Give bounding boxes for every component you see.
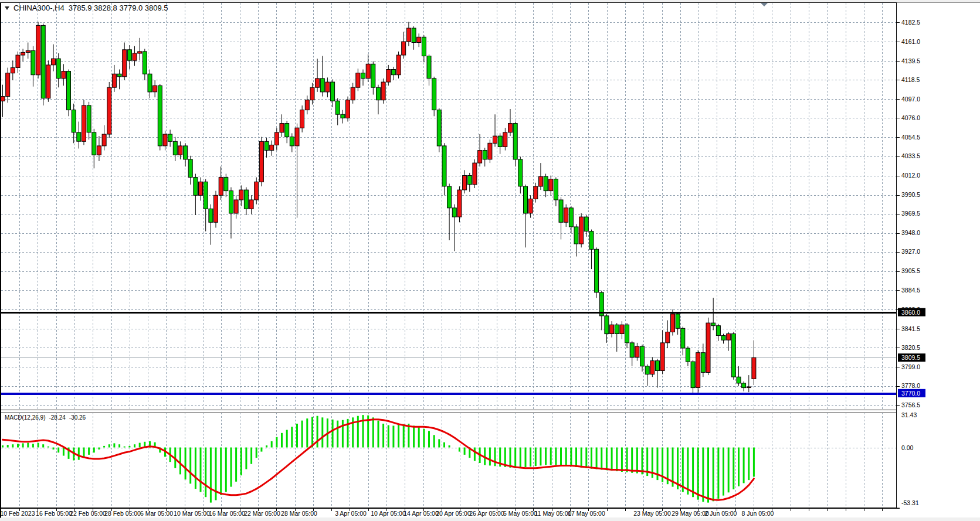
macd-histogram-bar xyxy=(575,448,577,468)
price-axis-label: 4161.0 xyxy=(901,38,920,45)
candle-bearish xyxy=(92,132,96,155)
candle-bearish xyxy=(158,86,162,146)
price-axis-label: 3990.5 xyxy=(901,191,920,198)
macd-histogram-bar xyxy=(378,421,379,448)
chart-background xyxy=(0,0,980,521)
candle-bearish xyxy=(265,141,269,150)
candle-bullish xyxy=(270,145,274,150)
candle-bullish xyxy=(16,55,20,68)
candle-bearish xyxy=(412,28,416,43)
macd-histogram-bar xyxy=(291,427,293,447)
macd-histogram-bar xyxy=(535,448,537,466)
macd-histogram-bar xyxy=(200,448,202,492)
candle-bearish xyxy=(498,136,502,147)
candle-bearish xyxy=(341,114,345,118)
candle-bearish xyxy=(87,105,91,132)
macd-histogram-bar xyxy=(124,447,126,448)
macd-histogram-bar xyxy=(103,446,105,448)
macd-histogram-bar xyxy=(57,448,59,453)
price-badge-label: 3809.5 xyxy=(901,354,920,361)
candle-bullish xyxy=(508,124,513,132)
price-axis-label: 4139.5 xyxy=(901,57,920,64)
candle-bullish xyxy=(650,361,655,374)
time-axis-label: 23 May 05:00 xyxy=(633,510,671,517)
macd-histogram-bar xyxy=(601,448,602,470)
macd-histogram-bar xyxy=(438,439,440,447)
candle-bearish xyxy=(701,353,705,373)
macd-histogram-bar xyxy=(687,448,689,495)
time-axis-label: 8 Jun 05:00 xyxy=(742,510,774,517)
macd-histogram-bar xyxy=(398,425,399,448)
candle-bearish xyxy=(117,74,121,77)
candle-bullish xyxy=(219,178,223,196)
candle-bullish xyxy=(457,190,462,217)
time-axis-label: 29 May 05:00 xyxy=(672,510,709,517)
candle-bullish xyxy=(528,199,533,213)
macd-histogram-bar xyxy=(63,448,65,456)
chart-surface[interactable]: 4182.54161.04139.54118.54097.04076.04054… xyxy=(0,0,980,521)
macd-histogram-bar xyxy=(240,448,242,476)
macd-histogram-bar xyxy=(250,448,252,464)
time-axis-label: 22 Feb 05:00 xyxy=(70,510,106,517)
macd-histogram-bar xyxy=(545,448,547,465)
macd-axis-min-label: -53.31 xyxy=(901,499,919,506)
macd-histogram-bar xyxy=(12,444,13,447)
time-axis-label: 16 Feb 05:00 xyxy=(36,510,72,517)
candle-bearish xyxy=(229,191,233,213)
macd-histogram-bar xyxy=(32,444,34,447)
candle-bearish xyxy=(544,176,548,191)
macd-histogram-bar xyxy=(408,424,409,448)
candle-bullish xyxy=(316,79,320,87)
frame-top xyxy=(0,0,980,2)
candle-bearish xyxy=(204,182,208,209)
macd-histogram-bar xyxy=(337,421,338,448)
macd-histogram-bar xyxy=(205,448,206,498)
macd-histogram-bar xyxy=(388,425,389,448)
candle-bearish xyxy=(676,314,680,329)
candle-bullish xyxy=(538,176,542,186)
candle-bullish xyxy=(478,151,482,164)
candle-bullish xyxy=(381,82,385,100)
macd-histogram-bar xyxy=(286,430,288,448)
macd-histogram-bar xyxy=(98,448,100,450)
candle-bullish xyxy=(325,82,330,92)
ohlc-readout: 3785.9 3828.8 3779.0 3809.5 xyxy=(69,4,168,12)
price-axis-label: 4076.0 xyxy=(901,114,920,121)
price-badge-label: 3860.0 xyxy=(901,309,920,316)
candle-bullish xyxy=(82,105,86,141)
price-axis-label: 3799.0 xyxy=(901,363,920,370)
candle-bearish xyxy=(569,208,573,227)
candle-bullish xyxy=(696,353,700,388)
macd-signal-value: -30.26 xyxy=(69,414,86,421)
candle-bearish xyxy=(656,361,660,371)
macd-histogram-bar xyxy=(139,443,141,448)
candle-bearish xyxy=(377,87,381,100)
candle-bullish xyxy=(386,70,391,83)
candle-bearish xyxy=(518,159,523,186)
candle-bearish xyxy=(173,141,177,155)
candle-bullish xyxy=(351,87,355,100)
price-axis-label: 3884.5 xyxy=(901,287,920,294)
candle-bearish xyxy=(31,50,35,74)
macd-histogram-bar xyxy=(581,448,582,468)
macd-histogram-bar xyxy=(489,448,491,466)
candle-bullish xyxy=(366,64,370,79)
candle-bullish xyxy=(747,387,751,388)
macd-histogram-bar xyxy=(616,448,618,472)
price-axis-label: 4033.5 xyxy=(901,152,920,159)
macd-histogram-bar xyxy=(392,425,394,447)
macd-histogram-bar xyxy=(276,437,277,448)
candle-bearish xyxy=(630,343,634,357)
candle-bullish xyxy=(300,110,304,128)
candle-bearish xyxy=(711,323,715,326)
candle-bearish xyxy=(681,328,685,348)
macd-histogram-bar xyxy=(474,448,476,461)
candle-bearish xyxy=(467,176,472,185)
macd-histogram-bar xyxy=(93,448,95,453)
window-left-border xyxy=(0,3,1,518)
macd-histogram-bar xyxy=(585,448,587,468)
candle-bullish xyxy=(295,128,299,146)
candle-bearish xyxy=(127,50,131,60)
candle-bullish xyxy=(274,132,279,145)
macd-histogram-bar xyxy=(738,448,740,486)
